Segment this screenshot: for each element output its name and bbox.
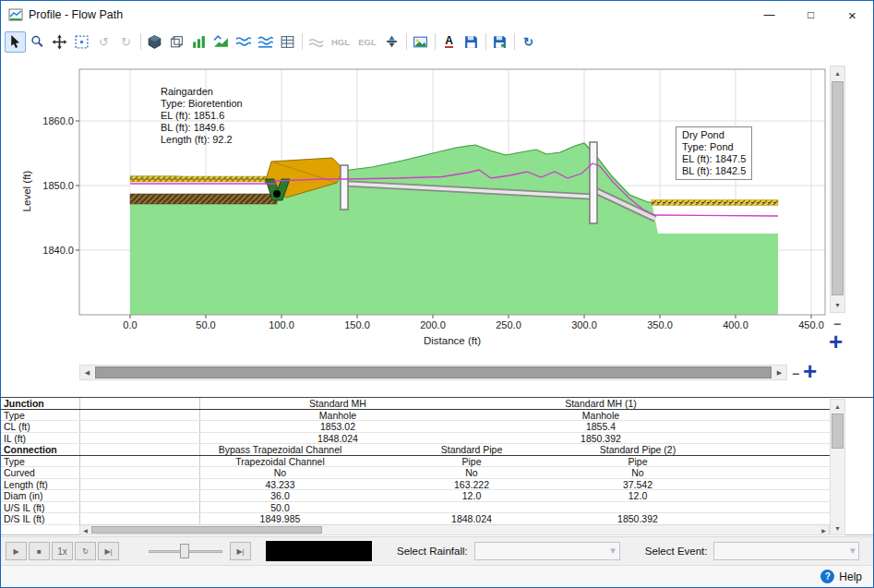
zoom-extents-button[interactable] <box>71 31 92 53</box>
scroll-down-button[interactable]: ▼ <box>831 522 844 534</box>
pan-icon <box>52 34 67 50</box>
toolbar: ↺ ↻ HGL <box>1 29 873 54</box>
annotation-line: Type: Bioretention <box>161 98 243 110</box>
refresh-button[interactable]: ↻ <box>518 31 539 53</box>
wave-disabled-icon <box>308 34 324 50</box>
table-horizontal-scrollbar[interactable]: ◀ ▶ <box>79 524 830 535</box>
waves-line-icon <box>257 34 273 50</box>
select-tool-button[interactable] <box>5 31 26 53</box>
hscroll-zoom-out-button[interactable]: − <box>792 366 799 381</box>
save-icon <box>463 34 479 50</box>
event-label: Select Event: <box>645 546 708 557</box>
cell: Manhole <box>476 410 725 421</box>
scroll-left-button[interactable]: ◀ <box>80 525 90 534</box>
scroll-up-button[interactable]: ▲ <box>831 66 844 80</box>
flip-profile-button[interactable] <box>381 31 402 53</box>
snapshot-button[interactable] <box>410 31 431 53</box>
cell: No <box>361 467 582 478</box>
scroll-right-button[interactable]: ▶ <box>772 366 786 379</box>
x-tick: 150.0 <box>344 319 370 330</box>
hgl-button[interactable]: HGL <box>328 31 353 53</box>
minimize-button[interactable]: — <box>748 1 790 29</box>
water-levels-button[interactable] <box>233 31 254 53</box>
slider-thumb[interactable] <box>180 544 189 558</box>
x-tick: 450.0 <box>798 319 824 330</box>
chart-zoom-in-button[interactable]: + <box>829 328 843 356</box>
x-tick: 200.0 <box>420 319 446 330</box>
save-image-icon <box>492 34 508 50</box>
zoom-window-button[interactable] <box>27 31 48 53</box>
y-axis-title: Level (ft) <box>21 170 32 211</box>
app-icon <box>8 7 23 22</box>
max-level-button[interactable] <box>305 31 327 53</box>
data-table-button[interactable] <box>277 31 298 53</box>
scrollbar-thumb[interactable] <box>832 414 844 449</box>
rotate-cw-icon: ↻ <box>121 35 131 49</box>
zoom-extents-icon <box>74 34 90 50</box>
skip-end-button[interactable]: ▶| <box>230 542 251 560</box>
table-vertical-scrollbar[interactable]: ▲ ▼ <box>830 399 845 535</box>
y-tick: 1850.0 <box>42 180 74 191</box>
cell: 37.542 <box>582 479 693 490</box>
annotation-line: EL (ft): 1851.6 <box>161 110 243 122</box>
stop-button[interactable]: ■ <box>29 542 50 560</box>
scrollbar-thumb[interactable] <box>832 81 844 295</box>
save-button[interactable] <box>461 31 482 53</box>
profile-chart[interactable]: 1860.0 1850.0 1840.0 0.0 50.0 100.0 150.… <box>8 62 829 363</box>
scrollbar-thumb[interactable] <box>95 366 772 378</box>
refresh-icon: ↻ <box>523 35 533 49</box>
annotation-button[interactable]: A <box>438 31 460 53</box>
view-3d-button[interactable] <box>144 31 165 53</box>
cell: Bypass Trapezoidal Channel <box>199 444 361 455</box>
scroll-right-button[interactable]: ▶ <box>819 525 829 534</box>
step-forward-button[interactable]: ▶| <box>98 542 119 560</box>
rotate-left-button[interactable]: ↺ <box>93 31 114 53</box>
cell: 1850.392 <box>476 433 725 444</box>
cell: Trapezoidal Channel <box>199 456 361 467</box>
help-label: Help <box>839 570 862 583</box>
help-button[interactable]: ? Help <box>820 570 862 583</box>
cell: 163.222 <box>361 479 582 490</box>
select-rainfall-dropdown[interactable]: ▾ <box>474 542 620 560</box>
table-row: Curved No No No <box>1 467 830 479</box>
annotation-icon: A <box>445 35 453 48</box>
surface-icon <box>213 34 229 50</box>
cell: 1848.024 <box>199 433 476 444</box>
scroll-left-button[interactable]: ◀ <box>80 366 94 379</box>
table-row: Type Trapezoidal Channel Pipe Pipe <box>1 456 830 468</box>
dry-pond-annotation: Dry Pond Type: Pond EL (ft): 1847.5 BL (… <box>676 126 752 180</box>
scroll-down-button[interactable]: ▼ <box>831 298 844 312</box>
scrollbar-thumb[interactable] <box>91 526 322 534</box>
surface-button[interactable] <box>210 31 232 53</box>
profile-chart-area[interactable]: 1860.0 1850.0 1840.0 0.0 50.0 100.0 150.… <box>1 54 874 393</box>
levels-button[interactable] <box>188 31 210 53</box>
table-row: IL (ft) 1848.024 1850.392 <box>1 433 830 445</box>
cell: 1850.392 <box>582 513 693 524</box>
select-event-dropdown[interactable]: ▾ <box>713 542 859 560</box>
timeline-slider[interactable] <box>149 542 222 560</box>
annotation-line: Type: Pond <box>682 141 746 153</box>
scroll-up-button[interactable]: ▲ <box>831 400 844 413</box>
x-tick: 300.0 <box>571 319 597 330</box>
image-icon <box>413 34 428 50</box>
egl-button[interactable]: EGL <box>354 31 380 53</box>
chart-vertical-scrollbar[interactable]: ▲ ▼ <box>830 66 845 313</box>
annotation-line: BL (ft): 1842.5 <box>682 165 746 177</box>
export-image-button[interactable] <box>489 31 510 53</box>
table-row: Diam (in) 36.0 12.0 12.0 <box>1 490 830 502</box>
flow-depth-button[interactable] <box>255 31 276 53</box>
pan-button[interactable] <box>49 31 70 53</box>
cell: Pipe <box>582 456 693 467</box>
maximize-button[interactable]: □ <box>790 1 832 29</box>
rainfall-label: Select Rainfall: <box>397 546 468 557</box>
speed-button[interactable]: 1x <box>52 542 73 560</box>
table-row: Connection Bypass Trapezoidal Channel St… <box>1 444 830 456</box>
chart-horizontal-scrollbar[interactable]: ◀ ▶ <box>79 365 787 380</box>
wireframe-button[interactable] <box>166 31 187 53</box>
repeat-button[interactable]: ↻ <box>75 542 96 560</box>
play-button[interactable]: ▶ <box>6 542 27 560</box>
hscroll-zoom-in-button[interactable]: + <box>803 357 817 386</box>
annotation-line: BL (ft): 1849.6 <box>161 122 243 134</box>
close-button[interactable]: × <box>832 1 873 29</box>
rotate-right-button[interactable]: ↻ <box>115 31 137 53</box>
